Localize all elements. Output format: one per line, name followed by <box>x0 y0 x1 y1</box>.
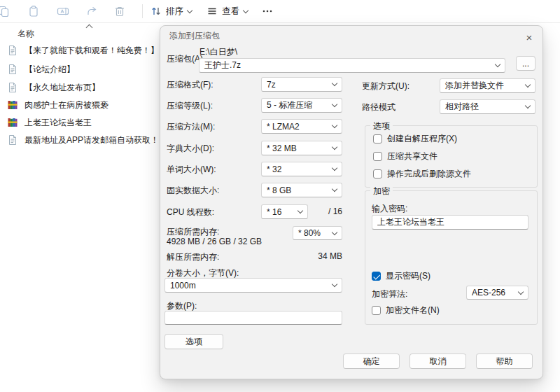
archive-label: 压缩包(A) <box>167 53 203 65</box>
sort-button-label: 排序 <box>166 6 183 18</box>
chevron-down-icon <box>332 102 337 107</box>
close-icon[interactable]: × <box>522 30 536 44</box>
column-header-name[interactable]: 名称 <box>18 28 34 40</box>
update-mode-combo[interactable]: 添加并替换文件 <box>440 78 536 93</box>
chevron-down-icon <box>495 62 500 67</box>
view-lines-icon <box>206 6 218 17</box>
options-button[interactable]: 选项 <box>164 334 223 349</box>
password-input[interactable] <box>372 215 528 230</box>
delete-icon[interactable] <box>113 5 126 18</box>
create-sfx-checkbox[interactable]: 创建自解压程序(X) <box>373 133 457 145</box>
chevron-down-icon <box>332 186 337 192</box>
text-file-icon <box>7 82 18 93</box>
combo-value: * 16 <box>267 207 281 217</box>
file-row[interactable]: 【来了就能下载和观看！纯免费！】 <box>7 43 159 58</box>
format-label: 压缩格式(F): <box>167 79 214 91</box>
cpu-threads-combo[interactable]: * 16 <box>261 204 308 219</box>
encryption-group-title: 加密 <box>370 186 393 197</box>
ellipsis-icon <box>261 5 274 18</box>
encryption-method-combo[interactable]: AES-256 <box>466 286 528 300</box>
combo-value: 5 - 标准压缩 <box>267 99 312 111</box>
chevron-down-icon <box>298 208 303 214</box>
chevron-down-icon <box>332 122 337 128</box>
file-row[interactable]: 最新地址及APP请发邮箱自动获取！！！ <box>7 132 176 148</box>
combo-value: * 32 MB <box>267 144 297 153</box>
memory-percent-combo[interactable]: * 80% <box>293 226 342 240</box>
checkbox-label: 压缩共享文件 <box>387 150 438 162</box>
chevron-down-icon <box>525 103 531 108</box>
chevron-down-icon <box>518 288 524 294</box>
level-label: 压缩等级(L): <box>167 100 213 112</box>
paste-icon[interactable] <box>27 5 40 18</box>
memory-usage-detail: 4928 MB / 26 GB / 32 GB <box>167 237 262 246</box>
text-file-icon <box>7 45 18 56</box>
update-mode-label: 更新方式(U): <box>362 80 410 92</box>
combo-value: * LZMA2 <box>267 122 300 132</box>
combo-value: 相对路径 <box>445 101 479 113</box>
combo-value: * 32 <box>267 164 281 174</box>
add-to-archive-dialog: 添加到压缩包 × 压缩包(A) E:\白日梦\ 王护士.7z ... 压缩格式(… <box>160 25 543 379</box>
checkbox-label: 显示密码(S) <box>386 270 430 282</box>
dialog-title: 添加到压缩包 <box>169 30 220 42</box>
help-button[interactable]: 帮助 <box>476 354 533 369</box>
file-row[interactable]: 【永久地址发布页】 <box>7 80 100 95</box>
encrypt-filenames-checkbox[interactable]: 加密文件名(N) <box>372 304 440 316</box>
share-icon[interactable] <box>85 5 98 18</box>
text-file-icon <box>7 134 18 146</box>
format-combo[interactable]: 7z <box>261 77 342 92</box>
checkbox-label: 加密文件名(N) <box>386 304 440 316</box>
path-mode-combo[interactable]: 相对路径 <box>440 99 536 114</box>
dictionary-combo[interactable]: * 32 MB <box>261 141 342 155</box>
compress-shared-checkbox[interactable]: 压缩共享文件 <box>373 150 438 162</box>
file-name: 【永久地址发布页】 <box>24 82 100 94</box>
file-row[interactable]: 【论坛介绍】 <box>7 62 75 77</box>
rename-icon[interactable] <box>57 5 69 18</box>
archive-file-icon <box>7 117 18 128</box>
cpu-threads-label: CPU 线程数: <box>167 206 214 218</box>
text-file-icon <box>7 64 18 75</box>
explorer-toolbar: 排序 查看 <box>0 0 560 23</box>
encryption-method-label: 加密算法: <box>372 288 407 300</box>
cancel-button[interactable]: 取消 <box>410 354 466 369</box>
archive-path: E:\白日梦\ <box>200 46 237 58</box>
checkbox-icon <box>372 272 381 281</box>
sort-ascending-icon[interactable] <box>86 24 93 31</box>
archive-name-value: 王护士.7z <box>204 59 241 71</box>
file-name: 上老王论坛当老王 <box>24 117 92 129</box>
toolbar-divider <box>142 4 143 18</box>
file-row[interactable]: 肉感护士在病房被猥亵 <box>7 97 108 113</box>
cpu-threads-total: / 16 <box>310 206 342 216</box>
parameters-input[interactable] <box>164 311 342 325</box>
delete-after-checkbox[interactable]: 操作完成后删除源文件 <box>373 168 471 180</box>
more-options-button[interactable] <box>256 2 279 20</box>
sort-arrows-icon <box>150 6 162 17</box>
copy-icon[interactable] <box>0 5 10 18</box>
file-row[interactable]: 上老王论坛当老王 <box>7 115 92 130</box>
chevron-down-icon <box>525 82 531 88</box>
solid-size-combo[interactable]: * 8 GB <box>261 183 342 197</box>
chevron-down-icon <box>332 229 337 234</box>
view-button-label: 查看 <box>222 6 239 18</box>
file-name: 【论坛介绍】 <box>24 64 75 76</box>
word-size-combo[interactable]: * 32 <box>261 162 342 176</box>
ok-button[interactable]: 确定 <box>343 354 400 369</box>
sort-button[interactable]: 排序 <box>146 2 197 20</box>
level-combo[interactable]: 5 - 标准压缩 <box>261 98 342 113</box>
checkbox-label: 操作完成后删除源文件 <box>387 168 471 180</box>
browse-button[interactable]: ... <box>516 56 536 71</box>
show-password-checkbox[interactable]: 显示密码(S) <box>372 270 430 282</box>
path-mode-label: 路径模式 <box>362 102 396 113</box>
file-name: 【来了就能下载和观看！纯免费！】 <box>24 45 159 57</box>
chevron-down-icon <box>332 144 337 150</box>
archive-name-combo[interactable]: 王护士.7z <box>199 58 505 73</box>
combo-value: * 80% <box>298 228 321 238</box>
dictionary-label: 字典大小(D): <box>167 143 214 155</box>
view-button[interactable]: 查看 <box>202 2 253 20</box>
word-size-label: 单词大小(W): <box>167 164 216 176</box>
volume-size-combo[interactable]: 1000m <box>164 278 342 293</box>
method-label: 压缩方法(M): <box>167 121 215 133</box>
checkbox-icon <box>372 306 381 315</box>
method-combo[interactable]: * LZMA2 <box>261 119 342 134</box>
archive-file-icon <box>7 99 18 111</box>
chevron-down-icon <box>332 165 337 171</box>
